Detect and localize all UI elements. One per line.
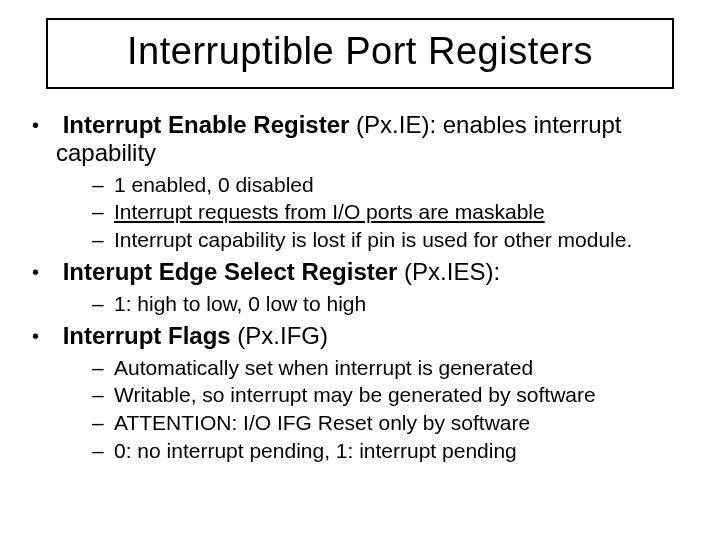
bullet-item: Interrupt Flags (Px.IFG) Automatically s… [28, 322, 692, 463]
bullet-list: Interrupt Enable Register (Px.IE): enabl… [28, 111, 692, 463]
sub-item: Interrupt requests from I/O ports are ma… [92, 199, 692, 225]
sub-item: 1: high to low, 0 low to high [92, 291, 692, 317]
sub-text: ATTENTION: I/O IFG Reset only by softwar… [114, 411, 530, 434]
bullet-strong: Interupt Edge Select Register [63, 258, 398, 285]
bullet-after: (Px.IFG) [231, 322, 328, 349]
sub-text: Writable, so interrupt may be generated … [114, 383, 596, 406]
sub-text: Interrupt requests from I/O ports are ma… [114, 200, 545, 223]
sub-item: Writable, so interrupt may be generated … [92, 382, 692, 408]
sub-list: 1: high to low, 0 low to high [92, 291, 692, 317]
sub-list: Automatically set when interrupt is gene… [92, 355, 692, 463]
sub-item: ATTENTION: I/O IFG Reset only by softwar… [92, 410, 692, 436]
sub-item: Interrupt capability is lost if pin is u… [92, 227, 692, 253]
sub-list: 1 enabled, 0 disabled Interrupt requests… [92, 172, 692, 253]
slide-title: Interruptible Port Registers [46, 18, 674, 89]
bullet-after: (Px.IES): [397, 258, 500, 285]
sub-text: 1 enabled, 0 disabled [114, 173, 314, 196]
sub-text: 1: high to low, 0 low to high [114, 292, 366, 315]
bullet-strong: Interrupt Enable Register [63, 111, 350, 138]
sub-text: Automatically set when interrupt is gene… [114, 356, 533, 379]
bullet-item: Interupt Edge Select Register (Px.IES): … [28, 258, 692, 316]
sub-text: Interrupt capability is lost if pin is u… [114, 228, 632, 251]
bullet-strong: Interrupt Flags [63, 322, 231, 349]
sub-text: 0: no interrupt pending, 1: interrupt pe… [114, 439, 517, 462]
sub-item: 1 enabled, 0 disabled [92, 172, 692, 198]
sub-item: Automatically set when interrupt is gene… [92, 355, 692, 381]
bullet-item: Interrupt Enable Register (Px.IE): enabl… [28, 111, 692, 252]
sub-item: 0: no interrupt pending, 1: interrupt pe… [92, 438, 692, 464]
bullet-after: (Px.IE): enables interrupt [349, 111, 621, 138]
bullet-continuation: capability [56, 139, 692, 167]
